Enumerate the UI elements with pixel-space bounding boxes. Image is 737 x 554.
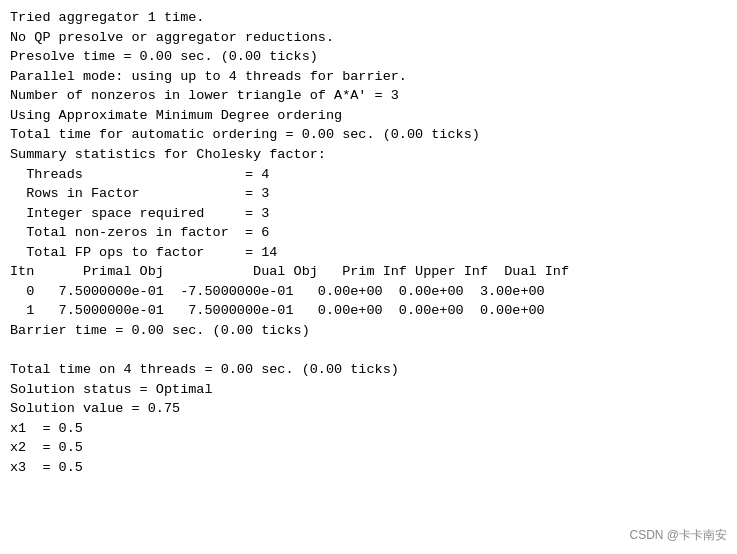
watermark-label: CSDN @卡卡南安 — [629, 527, 727, 544]
output-text: Tried aggregator 1 time. No QP presolve … — [10, 8, 727, 478]
